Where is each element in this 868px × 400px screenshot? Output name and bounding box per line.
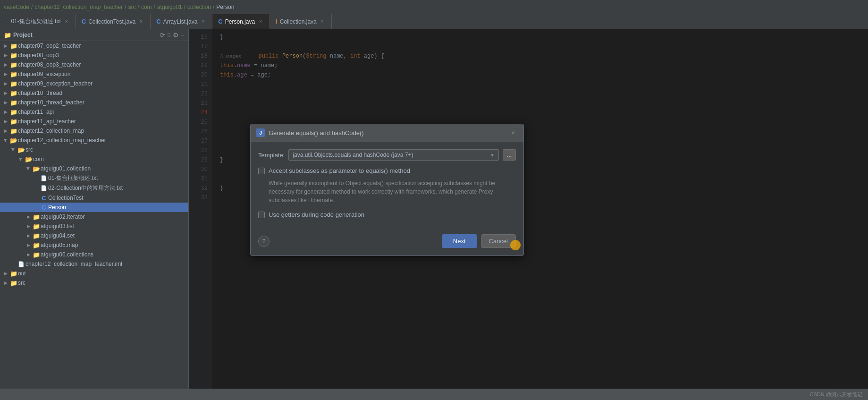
tree-arrow: ▶ [2, 80, 9, 87]
tree-arrow: ▶ [2, 51, 9, 59]
tree-item[interactable]: ▶ 📁 chapter11_api [0, 107, 188, 117]
tree-label: chapter09_exception_teacher [18, 80, 188, 87]
breadcrumb-item-current: Person [216, 4, 234, 10]
tree-label: atguigu05.map [41, 242, 188, 248]
tree-label: chapter10_thread [18, 90, 188, 96]
file-txt-icon: 📄 [40, 185, 48, 192]
folder-icon: 📁 [32, 232, 41, 239]
tree-arrow: ▶ [17, 155, 25, 163]
tree-item[interactable]: ▶ 📁 chapter10_thread_teacher [0, 98, 188, 107]
tree-item[interactable]: ▶ 📂 src [0, 145, 188, 154]
tree-item[interactable]: ▶ 📁 atguigu02.iterator [0, 212, 188, 221]
tab-close-icon[interactable]: × [319, 18, 326, 25]
folder-icon: 📁 [9, 270, 18, 277]
tab-collectiontest[interactable]: C CollectionTest.java × [76, 14, 151, 29]
tree-item[interactable]: ▶ 📁 chapter09_exception [0, 69, 188, 79]
checkbox2-label: Use getters during code generation [269, 211, 364, 218]
dialog-title-icon: J [256, 128, 265, 137]
tab-label: 01-集合框架概述.txt [11, 17, 60, 26]
tree-item[interactable]: ▶ 📁 chapter08_oop3_teacher [0, 60, 188, 69]
tree-item[interactable]: ▶ 📁 atguigu03.list [0, 221, 188, 231]
tree-item[interactable]: ▶ 📄 01-集合框架概述.txt [0, 173, 188, 183]
tree-item[interactable]: ▶ 📁 atguigu06.collections [0, 250, 188, 259]
cursor-hover-indicator [510, 240, 521, 250]
checkbox1[interactable] [258, 168, 265, 174]
tree-item[interactable]: ▶ 📁 atguigu04.set [0, 231, 188, 240]
tree-item[interactable]: ▶ 📁 chapter11_api_teacher [0, 117, 188, 126]
tab-01txt[interactable]: ≡ 01-集合框架概述.txt × [0, 14, 76, 29]
status-bar: CSDN @测试开发笔记 [0, 389, 868, 400]
tree-item[interactable]: ▶ 📁 out [0, 269, 188, 278]
folder-icon: 📁 [32, 241, 41, 249]
checkbox2-row: Use getters during code generation [258, 211, 516, 218]
tab-icon-c: C [156, 18, 160, 25]
breadcrumb-item: vaseCode [4, 4, 29, 10]
minimize-icon[interactable]: − [181, 31, 185, 39]
breadcrumb: vaseCode / chapter12_collection_map_teac… [4, 4, 234, 10]
dialog: J Generate equals() and hashCode() × Tem… [250, 124, 524, 256]
next-button[interactable]: Next [442, 234, 477, 248]
tree-item[interactable]: ▶ 📄 02-Collection中的常用方法.txt [0, 183, 188, 193]
tree-item[interactable]: ▶ 📂 atguigu01.collection [0, 164, 188, 173]
tree-label: chapter10_thread_teacher [18, 99, 188, 106]
template-dots-button[interactable]: ... [503, 149, 516, 161]
tab-close-icon[interactable]: × [257, 18, 264, 25]
tree-label: atguigu02.iterator [41, 213, 188, 220]
tab-icon-txt: ≡ [6, 19, 8, 25]
tree-item[interactable]: ▶ 📁 chapter09_exception_teacher [0, 79, 188, 88]
tree-label: chapter07_oop2_teacher [18, 43, 188, 49]
folder-icon: 📁 [9, 70, 18, 78]
folder-icon: 📁 [9, 89, 18, 97]
tree-arrow: ▶ [9, 146, 17, 153]
tree-label: 01-集合框架概述.txt [48, 174, 188, 182]
tree-arrow: ▶ [25, 232, 32, 239]
tree-item[interactable]: ▶ C CollectionTest [0, 193, 188, 203]
collapse-icon[interactable]: ≡ [167, 31, 171, 39]
tree-item[interactable]: ▶ 📁 atguigu05.map [0, 240, 188, 250]
tree-label: chapter08_oop3_teacher [18, 61, 188, 68]
tree-item[interactable]: ▶ 📂 chapter12_collection_map_teacher [0, 136, 188, 145]
dialog-overlay: J Generate equals() and hashCode() × Tem… [189, 29, 868, 389]
tab-person[interactable]: C Person.java × [212, 14, 270, 29]
tab-close-icon[interactable]: × [200, 18, 206, 25]
tab-close-icon[interactable]: × [138, 18, 144, 25]
tree-item[interactable]: ▶ 📁 chapter08_oop3 [0, 51, 188, 60]
breadcrumb-item: collection [187, 4, 211, 10]
checkbox1-label: Accept subclasses as parameter to equals… [269, 167, 410, 174]
tree-item[interactable]: ▶ 📂 com [0, 154, 188, 164]
tree-item[interactable]: ▶ 📁 src [0, 278, 188, 288]
folder-icon: 📁 [9, 279, 18, 287]
status-right-text: CSDN @测试开发笔记 [810, 391, 862, 398]
tree-item[interactable]: ▶ 📁 chapter12_collection_map [0, 126, 188, 136]
tree-label: com [33, 156, 188, 162]
folder-icon: 📁 [9, 42, 18, 50]
sync-icon[interactable]: ⟳ [160, 31, 165, 39]
tab-label: Collection.java [280, 18, 317, 25]
dialog-close-button[interactable]: × [508, 128, 518, 137]
tab-close-icon[interactable]: × [63, 18, 70, 25]
tree-arrow: ▶ [25, 213, 32, 221]
tree-label: chapter09_exception [18, 71, 188, 77]
help-button[interactable]: ? [258, 236, 270, 247]
tab-label: ArrayList.java [163, 18, 198, 25]
checkbox1-row: Accept subclasses as parameter to equals… [258, 167, 516, 174]
tab-arraylist[interactable]: C ArrayList.java × [151, 14, 212, 29]
tree-item-person[interactable]: ▶ C Person [0, 203, 188, 212]
tree-label: chapter12_collection_map [18, 128, 188, 134]
checkbox2[interactable] [258, 212, 265, 218]
tab-collection[interactable]: I Collection.java × [270, 14, 332, 29]
tree-arrow: ▶ [2, 108, 9, 116]
settings-icon[interactable]: ⚙ [173, 31, 179, 39]
project-icon: 📁 [4, 32, 11, 39]
tree-arrow: ▶ [25, 165, 32, 172]
tree-item[interactable]: ▶ 📄 chapter12_collection_map_teacher.iml [0, 259, 188, 269]
folder-icon: 📁 [32, 251, 41, 258]
tab-label: Person.java [225, 18, 255, 25]
tree-item[interactable]: ▶ 📁 chapter10_thread [0, 88, 188, 98]
tree-label: chapter11_api [18, 109, 188, 115]
tree-label: chapter11_api_teacher [18, 118, 188, 125]
template-select[interactable]: java.util.Objects.equals and hashCode (j… [288, 149, 499, 161]
tree-item[interactable]: ▶ 📁 chapter07_oop2_teacher [0, 41, 188, 51]
tab-icon-i: I [276, 18, 278, 25]
tab-label: CollectionTest.java [88, 18, 135, 25]
